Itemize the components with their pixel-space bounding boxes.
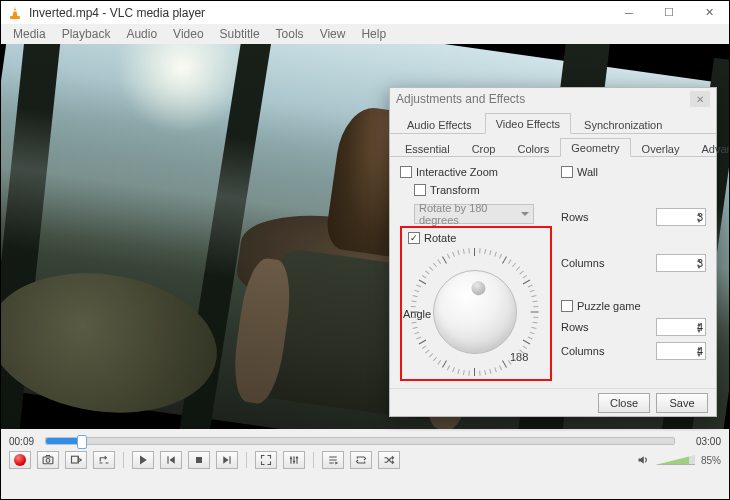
shuffle-button[interactable] — [378, 451, 400, 469]
dialog-close-button[interactable]: Close — [598, 393, 650, 413]
puzzle-rows-label: Rows — [561, 321, 589, 333]
record-icon — [14, 454, 26, 466]
svg-rect-4 — [196, 457, 202, 463]
svg-rect-0 — [10, 16, 20, 19]
close-button[interactable]: ✕ — [689, 1, 729, 24]
seek-thumb-icon[interactable] — [77, 435, 87, 449]
camera-icon — [42, 454, 54, 466]
time-elapsed: 00:09 — [9, 436, 39, 447]
seek-track[interactable] — [45, 437, 675, 445]
dialog-tabs-top: Audio Effects Video Effects Synchronizat… — [390, 110, 716, 134]
shuffle-icon — [383, 454, 395, 466]
wall-cols-spin[interactable]: 3▲▼ — [656, 254, 706, 272]
interactive-zoom-row: Interactive Zoom — [400, 166, 550, 178]
stop-button[interactable] — [188, 451, 210, 469]
loop-button[interactable] — [350, 451, 372, 469]
playlist-button[interactable] — [322, 451, 344, 469]
transform-label: Transform — [430, 184, 480, 196]
dialog-title: Adjustments and Effects — [396, 92, 525, 106]
frame-step-icon — [70, 454, 82, 466]
svg-rect-7 — [296, 457, 298, 459]
rotate-label: Rotate — [424, 232, 456, 244]
wall-rows-spin[interactable]: 3▲▼ — [656, 208, 706, 226]
menubar: Media Playback Audio Video Subtitle Tool… — [1, 24, 729, 44]
ab-loop-button[interactable] — [93, 451, 115, 469]
titlebar: Inverted.mp4 - VLC media player ─ ☐ ✕ — [1, 1, 729, 24]
menu-playback[interactable]: Playback — [54, 26, 119, 42]
app-window: Inverted.mp4 - VLC media player ─ ☐ ✕ Me… — [1, 1, 729, 499]
skip-back-icon — [165, 454, 177, 466]
dialog-body: Interactive Zoom Transform Rotate by 180… — [390, 158, 716, 386]
tab-synchronization[interactable]: Synchronization — [573, 114, 673, 134]
volume-percent: 85% — [701, 455, 721, 466]
equalizer-icon — [288, 454, 300, 466]
playlist-icon — [327, 454, 339, 466]
fullscreen-icon — [260, 454, 272, 466]
maximize-button[interactable]: ☐ — [649, 1, 689, 24]
tab-colors[interactable]: Colors — [506, 139, 560, 157]
player-controls: 00:09 03:00 85% — [1, 431, 729, 499]
transform-combo-value: Rotate by 180 degrees — [419, 202, 529, 226]
next-button[interactable] — [216, 451, 238, 469]
speaker-icon — [637, 454, 649, 466]
menu-audio[interactable]: Audio — [118, 26, 165, 42]
interactive-zoom-label: Interactive Zoom — [416, 166, 498, 178]
frame-step-button[interactable] — [65, 451, 87, 469]
adjustments-effects-dialog: Adjustments and Effects ✕ Audio Effects … — [389, 87, 717, 417]
menu-view[interactable]: View — [312, 26, 354, 42]
tab-overlay[interactable]: Overlay — [631, 139, 691, 157]
rotate-knob[interactable] — [433, 270, 517, 354]
tab-advanced[interactable]: Advanced — [690, 139, 730, 157]
vlc-cone-icon — [7, 5, 23, 21]
fullscreen-button[interactable] — [255, 451, 277, 469]
record-button[interactable] — [9, 451, 31, 469]
menu-media[interactable]: Media — [5, 26, 54, 42]
puzzle-checkbox[interactable] — [561, 300, 573, 312]
rotate-checkbox[interactable] — [408, 232, 420, 244]
dialog-titlebar[interactable]: Adjustments and Effects ✕ — [390, 88, 716, 110]
tab-geometry[interactable]: Geometry — [560, 138, 630, 157]
menu-tools[interactable]: Tools — [268, 26, 312, 42]
tab-crop[interactable]: Crop — [461, 139, 507, 157]
transform-combo[interactable]: Rotate by 180 degrees — [414, 204, 534, 224]
menu-video[interactable]: Video — [165, 26, 211, 42]
puzzle-columns-label: Columns — [561, 345, 604, 357]
rotate-knob-ring — [411, 248, 539, 376]
snapshot-button[interactable] — [37, 451, 59, 469]
svg-rect-6 — [293, 461, 295, 463]
interactive-zoom-checkbox[interactable] — [400, 166, 412, 178]
window-buttons: ─ ☐ ✕ — [609, 1, 729, 24]
tab-audio-effects[interactable]: Audio Effects — [396, 114, 483, 134]
svg-rect-5 — [290, 458, 292, 460]
stop-icon — [193, 454, 205, 466]
minimize-button[interactable]: ─ — [609, 1, 649, 24]
wall-label: Wall — [577, 166, 598, 178]
play-icon — [137, 454, 149, 466]
tab-video-effects[interactable]: Video Effects — [485, 113, 571, 134]
wall-rows-label: Rows — [561, 211, 589, 223]
volume-slider[interactable] — [655, 455, 695, 465]
menu-subtitle[interactable]: Subtitle — [212, 26, 268, 42]
time-total: 03:00 — [681, 436, 721, 447]
menu-help[interactable]: Help — [353, 26, 394, 42]
dialog-save-button[interactable]: Save — [656, 393, 708, 413]
dialog-footer: Close Save — [390, 388, 716, 416]
puzzle-cols-spin[interactable]: 4▲▼ — [656, 342, 706, 360]
prev-button[interactable] — [160, 451, 182, 469]
skip-fwd-icon — [221, 454, 233, 466]
window-title: Inverted.mp4 - VLC media player — [29, 6, 609, 20]
seek-bar: 00:09 03:00 — [1, 431, 729, 447]
tab-essential[interactable]: Essential — [394, 139, 461, 157]
ab-loop-icon — [98, 454, 110, 466]
dialog-tabs-sub: Essential Crop Colors Geometry Overlay A… — [390, 134, 716, 157]
loop-icon — [355, 454, 367, 466]
svg-rect-3 — [72, 456, 79, 463]
puzzle-rows-spin[interactable]: 4▲▼ — [656, 318, 706, 336]
play-button[interactable] — [132, 451, 154, 469]
wall-columns-label: Columns — [561, 257, 604, 269]
wall-checkbox[interactable] — [561, 166, 573, 178]
transform-checkbox[interactable] — [414, 184, 426, 196]
dialog-close-icon[interactable]: ✕ — [690, 91, 710, 107]
ext-settings-button[interactable] — [283, 451, 305, 469]
svg-point-2 — [46, 459, 50, 463]
